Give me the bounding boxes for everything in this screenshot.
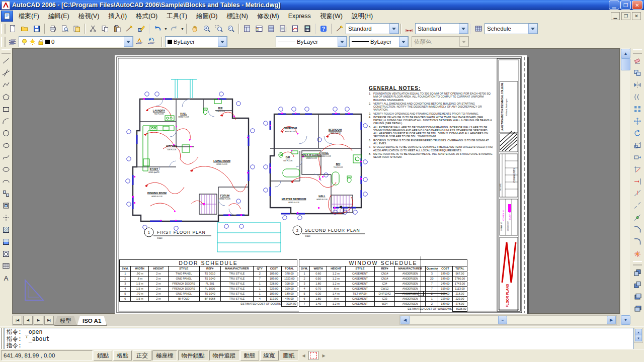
toolbar-grip[interactable] bbox=[1, 24, 6, 34]
dim-style-combo[interactable]: Standard bbox=[415, 23, 468, 34]
tool-palettes-icon[interactable] bbox=[265, 23, 277, 35]
menu-item[interactable]: 檔案(F) bbox=[14, 11, 44, 21]
doc-restore-button[interactable]: ❐ bbox=[621, 12, 630, 20]
line-icon[interactable] bbox=[0, 55, 12, 67]
dim-style-icon[interactable] bbox=[403, 23, 415, 35]
scrollbar-thumb[interactable]: ≡ bbox=[498, 316, 507, 324]
plot-icon[interactable] bbox=[47, 23, 59, 35]
circle-icon[interactable] bbox=[0, 127, 12, 139]
save-icon[interactable] bbox=[31, 23, 43, 35]
toggle-鎖點[interactable]: 鎖點 bbox=[94, 350, 112, 360]
scale-icon[interactable] bbox=[631, 139, 643, 151]
spline-icon[interactable] bbox=[0, 151, 12, 163]
arc-icon[interactable] bbox=[0, 115, 12, 127]
array-icon[interactable] bbox=[631, 103, 643, 115]
combo-arrow[interactable] bbox=[389, 24, 398, 34]
rotate-icon[interactable] bbox=[631, 127, 643, 139]
doc-minimize-button[interactable]: ▁ bbox=[611, 12, 620, 20]
toggle-動態[interactable]: 動態 bbox=[240, 350, 259, 360]
vertical-scrollbar[interactable]: ▲ ▼ bbox=[620, 48, 630, 325]
menu-item[interactable]: 修改(M) bbox=[253, 11, 284, 21]
scroll-down-button[interactable]: ▼ bbox=[621, 315, 630, 325]
toolbar-grip[interactable] bbox=[633, 49, 642, 54]
layer-properties-icon[interactable] bbox=[7, 36, 19, 48]
stretch-icon[interactable] bbox=[631, 151, 643, 163]
designcenter-icon[interactable] bbox=[253, 23, 265, 35]
multiline-text-icon[interactable]: A bbox=[0, 272, 12, 284]
quickcalc-icon[interactable] bbox=[301, 23, 313, 35]
zoom-window-icon[interactable] bbox=[213, 23, 225, 35]
toggle-物件追蹤[interactable]: 物件追蹤 bbox=[209, 350, 239, 360]
zoom-realtime-icon[interactable] bbox=[201, 23, 213, 35]
restore-button[interactable]: ❐ bbox=[620, 1, 631, 10]
color-combo[interactable]: ByLayer bbox=[165, 36, 227, 47]
toolbar-grip[interactable] bbox=[633, 261, 642, 265]
toggle-極座標[interactable]: 極座標 bbox=[152, 350, 177, 360]
table-style-combo[interactable]: Schedule bbox=[485, 23, 538, 34]
table-style-icon[interactable] bbox=[472, 23, 485, 35]
next-layout-arrow[interactable]: ▶ bbox=[320, 351, 328, 359]
menu-item[interactable]: Express bbox=[284, 11, 315, 21]
horizontal-scrollbar[interactable]: ◀ ≡ ▶ bbox=[399, 315, 617, 325]
toolbar-grip[interactable] bbox=[1, 37, 6, 47]
scroll-down-button[interactable]: ▼ bbox=[635, 335, 642, 341]
polygon-icon[interactable] bbox=[0, 91, 12, 103]
new-icon[interactable] bbox=[7, 23, 19, 35]
menu-item[interactable]: 檢視(V) bbox=[74, 11, 104, 21]
toggle-物件鎖點[interactable]: 物件鎖點 bbox=[178, 350, 208, 360]
toggle-圖紙[interactable]: 圖紙 bbox=[280, 350, 298, 360]
undo-dropdown-arrow[interactable]: ▼ bbox=[164, 23, 168, 34]
copy-icon[interactable] bbox=[99, 23, 111, 35]
zoom-previous-icon[interactable] bbox=[225, 23, 237, 35]
menu-item[interactable]: 繪圖(D) bbox=[192, 11, 222, 21]
prev-tab-button[interactable]: ◀ bbox=[23, 316, 33, 325]
erase-icon[interactable] bbox=[631, 55, 643, 67]
menu-item[interactable]: 視窗(W) bbox=[315, 11, 347, 21]
offset-icon[interactable] bbox=[631, 91, 643, 103]
open-icon[interactable] bbox=[19, 23, 31, 35]
publish-icon[interactable] bbox=[71, 23, 83, 35]
scrollbar-thumb[interactable] bbox=[621, 58, 630, 70]
match-properties-icon[interactable] bbox=[123, 23, 135, 35]
chamfer-icon[interactable] bbox=[631, 224, 643, 236]
draworder-back-icon[interactable] bbox=[631, 279, 643, 291]
properties-icon[interactable] bbox=[241, 23, 253, 35]
redo-dropdown-arrow[interactable]: ▼ bbox=[180, 23, 185, 34]
minimize-button[interactable]: ▁ bbox=[609, 1, 619, 10]
combo-arrow[interactable] bbox=[218, 37, 227, 47]
text-style-icon[interactable] bbox=[334, 23, 346, 35]
fillet-icon[interactable] bbox=[631, 236, 643, 248]
doc-close-button[interactable]: ✕ bbox=[632, 12, 641, 20]
layout-paper[interactable]: LAKE WASHINGTON TECHNICAL COLLEGE Kirkla… bbox=[115, 55, 527, 315]
sheet-set-manager-icon[interactable] bbox=[277, 23, 289, 35]
scroll-left-button[interactable]: ◀ bbox=[400, 316, 410, 324]
plot-preview-icon[interactable] bbox=[59, 23, 71, 35]
menu-item[interactable]: 格式(O) bbox=[131, 11, 162, 21]
insert-block-icon[interactable] bbox=[0, 188, 12, 200]
pan-icon[interactable] bbox=[189, 23, 201, 35]
linetype-combo[interactable]: ByLayer bbox=[276, 36, 347, 47]
explode-icon[interactable] bbox=[631, 248, 643, 260]
ellipse-arc-icon[interactable] bbox=[0, 175, 12, 188]
copy-object-icon[interactable] bbox=[631, 67, 643, 79]
menu-item[interactable]: 編輯(E) bbox=[44, 11, 74, 21]
move-icon[interactable] bbox=[631, 115, 643, 127]
menu-item[interactable]: 插入(I) bbox=[104, 11, 131, 21]
combo-arrow[interactable] bbox=[528, 24, 537, 34]
command-scrollbar[interactable]: ▲ ▼ bbox=[634, 328, 643, 343]
break-icon[interactable] bbox=[631, 200, 643, 212]
markup-set-manager-icon[interactable] bbox=[289, 23, 301, 35]
layout-preview-icon[interactable] bbox=[308, 351, 318, 360]
layer-previous-icon[interactable] bbox=[145, 36, 157, 48]
combo-arrow[interactable] bbox=[459, 24, 468, 34]
rectangle-icon[interactable] bbox=[0, 103, 12, 115]
prev-layout-arrow[interactable]: ◀ bbox=[300, 351, 307, 359]
combo-arrow[interactable] bbox=[338, 37, 347, 47]
extend-icon[interactable] bbox=[631, 175, 643, 188]
combo-arrow[interactable] bbox=[124, 37, 133, 47]
draworder-under-icon[interactable] bbox=[631, 303, 643, 315]
next-tab-button[interactable]: ▶ bbox=[34, 316, 43, 325]
ellipse-icon[interactable] bbox=[0, 163, 12, 175]
scroll-up-button[interactable]: ▲ bbox=[621, 49, 630, 58]
command-history[interactable]: 指令: _open 指令: '_about bbox=[4, 328, 634, 343]
